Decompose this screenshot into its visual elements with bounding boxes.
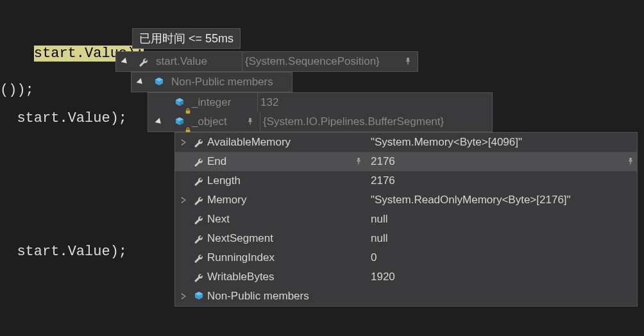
- nonpublic-label: Non-Public members: [207, 290, 309, 303]
- field-row-integer[interactable]: _integer 132: [148, 93, 492, 112]
- root-name: start.Value: [156, 55, 207, 68]
- debug-property-table[interactable]: AvailableMemory"System.Memory<Byte>[4096…: [174, 132, 638, 307]
- expander-nonpublic[interactable]: [131, 72, 149, 92]
- wrench-icon: [134, 52, 153, 71]
- prop-name: Length: [207, 174, 241, 187]
- prop-value: "System.ReadOnlyMemory<Byte>[2176]": [371, 194, 571, 206]
- wrench-icon: [192, 176, 206, 186]
- prop-value: 2176: [371, 174, 395, 187]
- table-row[interactable]: Memory"System.ReadOnlyMemory<Byte>[2176]…: [175, 190, 637, 210]
- timing-tip[interactable]: 已用时间 <= 55ms: [132, 28, 241, 49]
- prop-name: Memory: [207, 194, 246, 206]
- pin-button[interactable]: [241, 112, 260, 131]
- prop-value: null: [371, 232, 387, 245]
- prop-name: Next: [207, 213, 230, 226]
- prop-value: null: [371, 213, 387, 226]
- prop-value: "System.Memory<Byte>[4096]": [371, 136, 522, 149]
- chevron-down-icon: [137, 78, 145, 87]
- field-name-integer: _integer: [192, 96, 231, 109]
- prop-name: NextSegment: [207, 232, 273, 245]
- expander[interactable]: [175, 139, 192, 146]
- code-line-3: start.Value);: [0, 110, 135, 126]
- field-name-object: _object: [192, 115, 227, 128]
- wrench-icon: [192, 272, 206, 282]
- table-row-nonpublic[interactable]: Non-Public members: [175, 287, 637, 306]
- prop-name: AvailableMemory: [207, 136, 291, 149]
- prop-name: RunningIndex: [207, 251, 275, 264]
- table-row[interactable]: NextSegmentnull: [175, 229, 637, 248]
- wrench-icon: [192, 233, 206, 244]
- field-value-integer: 132: [260, 96, 278, 109]
- prop-name: WritableBytes: [207, 271, 275, 283]
- table-row[interactable]: WritableBytes1920: [175, 267, 637, 287]
- table-row[interactable]: Nextnull: [175, 210, 637, 229]
- code-line-4: start.Value);: [0, 244, 127, 260]
- wrench-icon: [192, 156, 206, 167]
- wrench-icon: [192, 137, 206, 147]
- debug-tip-fields[interactable]: _integer 132 _object {System.IO.Pipeline…: [148, 92, 493, 132]
- prop-value: 2176: [371, 155, 395, 168]
- table-row[interactable]: Length2176: [175, 171, 637, 190]
- expander-object[interactable]: [148, 112, 170, 131]
- field-row-object[interactable]: _object {System.IO.Pipelines.BufferSegme…: [148, 112, 492, 131]
- pin-button[interactable]: [624, 157, 637, 166]
- wrench-icon: [192, 214, 206, 224]
- chevron-down-icon: [121, 58, 130, 66]
- debug-tip-root[interactable]: start.Value {System.SequencePosition}: [115, 51, 418, 72]
- pin-button[interactable]: [398, 52, 418, 71]
- class-icon: [149, 72, 169, 92]
- table-row[interactable]: End2176: [175, 152, 637, 171]
- table-row[interactable]: RunningIndex0: [175, 248, 637, 267]
- field-icon: [170, 93, 189, 112]
- chevron-right-icon: [182, 197, 186, 203]
- nonpublic-label: Non-Public members: [171, 76, 273, 88]
- expander-root[interactable]: [116, 52, 134, 71]
- wrench-icon: [192, 195, 206, 205]
- code-line-2: ());: [0, 82, 34, 98]
- chevron-right-icon: [182, 293, 186, 299]
- chevron-right-icon: [182, 139, 186, 146]
- prop-name: End: [207, 155, 226, 168]
- debug-tip-nonpublic[interactable]: Non-Public members: [131, 72, 292, 92]
- field-icon: [170, 112, 189, 131]
- expander[interactable]: [175, 293, 192, 299]
- timing-label: 已用时间 <= 55ms: [139, 31, 233, 46]
- prop-value: 0: [371, 251, 377, 264]
- prop-value: 1920: [371, 271, 395, 283]
- expander[interactable]: [175, 197, 192, 203]
- root-value: {System.SequencePosition}: [245, 55, 380, 68]
- class-icon: [192, 291, 206, 301]
- table-row[interactable]: AvailableMemory"System.Memory<Byte>[4096…: [175, 133, 637, 152]
- chevron-down-icon: [155, 118, 164, 126]
- pin-button[interactable]: [352, 157, 366, 166]
- field-value-object: {System.IO.Pipelines.BufferSegment}: [263, 115, 444, 128]
- wrench-icon: [192, 253, 206, 263]
